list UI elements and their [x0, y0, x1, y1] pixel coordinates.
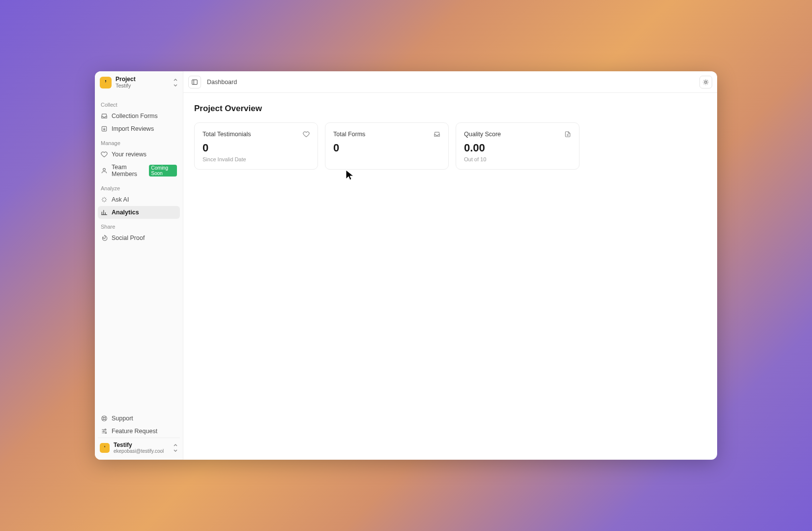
sidebar: ’ Project Testify Collect Collection For… [95, 71, 183, 460]
svg-point-3 [103, 417, 106, 419]
svg-point-4 [105, 429, 106, 430]
heart-icon [101, 151, 108, 158]
sidebar-item-import-reviews[interactable]: Import Reviews [98, 122, 180, 135]
sidebar-item-collection-forms[interactable]: Collection Forms [98, 110, 180, 122]
toggle-sidebar-button[interactable] [188, 76, 201, 88]
section-label-manage: Manage [98, 135, 180, 148]
lifebuoy-icon [101, 415, 108, 422]
svg-point-5 [103, 431, 104, 432]
file-icon [564, 131, 571, 138]
import-icon [101, 125, 108, 132]
sidebar-item-your-reviews[interactable]: Your reviews [98, 148, 180, 161]
sidebar-item-label: Support [112, 415, 133, 422]
sidebar-item-label: Social Proof [112, 235, 145, 241]
flame-icon [101, 235, 108, 241]
user-icon [101, 167, 108, 174]
card-sub: Out of 10 [464, 156, 571, 162]
cards-row: Total Testimonials 0 Since Invalid Date … [194, 122, 706, 170]
theme-toggle-button[interactable] [699, 76, 712, 88]
chevron-up-down-icon [173, 443, 178, 453]
sidebar-item-analytics[interactable]: Analytics [98, 206, 180, 219]
content: Project Overview Total Testimonials 0 Si… [183, 93, 717, 180]
section-label-collect: Collect [98, 97, 180, 110]
sidebar-item-label: Collection Forms [112, 113, 158, 119]
user-text: Testify ekepobasi@testify.cool [114, 442, 169, 454]
project-logo: ’ [100, 77, 112, 88]
card-total-forms: Total Forms 0 [325, 122, 449, 170]
card-total-testimonials: Total Testimonials 0 Since Invalid Date [194, 122, 318, 170]
heart-icon [303, 131, 310, 138]
sidebar-item-label: Import Reviews [112, 125, 154, 132]
project-text: Project Testify [116, 76, 169, 88]
project-switcher-label: Project [116, 76, 169, 83]
card-value: 0.00 [464, 142, 571, 154]
user-switcher[interactable]: ’ Testify ekepobasi@testify.cool [98, 438, 180, 458]
card-value: 0 [333, 142, 440, 154]
svg-rect-7 [192, 80, 198, 84]
sidebar-item-label: Feature Request [112, 428, 157, 435]
app-window: ’ Project Testify Collect Collection For… [95, 71, 717, 460]
sidebar-item-label: Ask AI [112, 196, 129, 203]
inbox-icon [101, 113, 108, 119]
user-name: Testify [114, 442, 169, 448]
sidebar-item-ask-ai[interactable]: Ask AI [98, 193, 180, 206]
chart-icon [101, 209, 108, 216]
sidebar-item-label: Team Members [112, 164, 145, 177]
project-switcher-name: Testify [116, 83, 169, 88]
inbox-icon [434, 131, 440, 138]
card-value: 0 [203, 142, 310, 154]
coming-soon-badge: Coming Soon [149, 165, 177, 177]
card-quality-score: Quality Score 0.00 Out of 10 [456, 122, 580, 170]
main: Dashboard Project Overview Total Testimo… [183, 71, 717, 460]
card-label: Quality Score [464, 131, 501, 138]
sidebar-item-feature-request[interactable]: Feature Request [98, 425, 180, 438]
chevron-up-down-icon [173, 78, 178, 88]
section-label-analyze: Analyze [98, 180, 180, 193]
card-label: Total Forms [333, 131, 365, 138]
svg-point-1 [103, 169, 106, 171]
breadcrumb: Dashboard [207, 79, 237, 86]
sidebar-bottom: Support Feature Request ’ Testify ekepob… [95, 410, 183, 460]
user-avatar: ’ [100, 443, 110, 453]
sidebar-item-support[interactable]: Support [98, 412, 180, 425]
card-label: Total Testimonials [203, 131, 251, 138]
sun-icon [702, 79, 709, 86]
panel-left-icon [191, 79, 198, 86]
sidebar-item-social-proof[interactable]: Social Proof [98, 232, 180, 244]
sidebar-item-label: Your reviews [112, 151, 146, 158]
sidebar-nav: Collect Collection Forms Import Reviews … [95, 94, 183, 410]
page-title: Project Overview [194, 104, 706, 114]
svg-point-8 [705, 81, 707, 83]
section-label-share: Share [98, 219, 180, 232]
sliders-icon [101, 428, 108, 435]
project-switcher[interactable]: ’ Project Testify [95, 71, 183, 94]
topbar: Dashboard [183, 71, 717, 93]
user-email: ekepobasi@testify.cool [114, 448, 169, 454]
sidebar-item-team-members[interactable]: Team Members Coming Soon [98, 161, 180, 180]
card-sub: Since Invalid Date [203, 156, 310, 162]
sparkle-icon [101, 196, 108, 203]
sidebar-item-label: Analytics [112, 209, 139, 216]
